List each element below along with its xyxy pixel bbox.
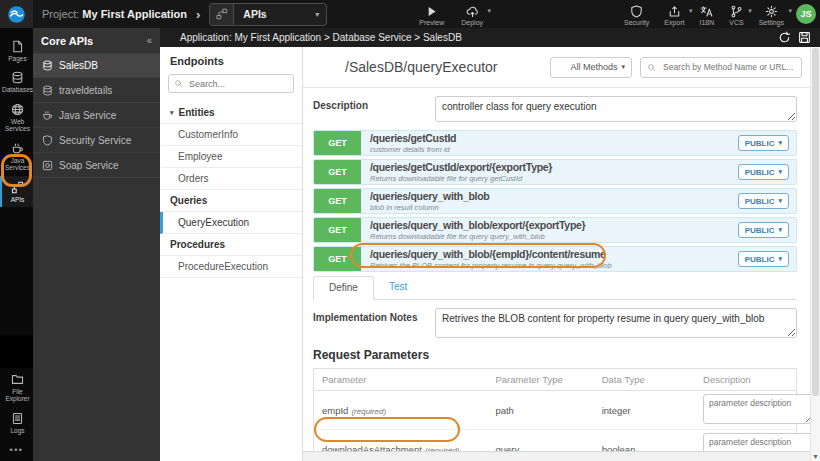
selector-label: APIs (243, 8, 266, 20)
access-dropdown-button[interactable]: PUBLIC▾ (738, 222, 789, 238)
endpoints-search[interactable] (168, 74, 294, 93)
implementation-notes-textarea[interactable]: Retrives the BLOB content for property r… (435, 308, 797, 338)
sidebar-item-apis[interactable]: APIs (0, 176, 33, 207)
request-parameters-title: Request Parameters (313, 348, 797, 362)
sidebar-item-logs[interactable]: Logs (0, 407, 33, 438)
endpoint-path: /queries/getCustId (370, 133, 456, 144)
service-detail-body: Description controller class for query e… (303, 88, 810, 461)
table-row: empId(required)pathinteger (314, 391, 797, 430)
user-avatar[interactable]: JS (796, 4, 816, 24)
endpoint-info: /queries/query_with_blob/export/{exportT… (370, 220, 585, 240)
service-item-traveldetails[interactable]: traveldetails (33, 78, 160, 103)
i18n-button[interactable]: I18N (700, 3, 715, 26)
param-description-textarea[interactable] (703, 394, 810, 424)
play-icon (425, 5, 438, 18)
chevron-down-icon: ▾ (788, 7, 792, 15)
vcs-button[interactable]: VCS▾ (729, 3, 743, 26)
sidebar-item-web-services[interactable]: Web Services (0, 98, 33, 137)
endpoint-summary: Returns downloadable file for query quer… (370, 233, 585, 241)
endpoint-row-2[interactable]: GET/queries/getCustId/export/{exportType… (313, 159, 797, 185)
endpoint-item-procedureexecution[interactable]: ProcedureExecution (160, 256, 302, 278)
topbar-left-actions: PreviewDeploy▾ (419, 3, 483, 26)
detail-tabs: DefineTest (313, 276, 797, 300)
settings-label: Settings (759, 19, 784, 26)
method-badge: GET (314, 131, 361, 155)
param-required-label: (required) (351, 407, 386, 416)
endpoint-row-5[interactable]: GET/queries/query_with_blob/{empId}/cont… (313, 246, 797, 272)
method-search[interactable] (640, 57, 802, 78)
security-button[interactable]: Security (624, 3, 649, 26)
scrollbar-thumb[interactable] (812, 48, 819, 396)
endpoint-item-queryexecution[interactable]: QueryExecution (160, 212, 302, 234)
deploy-button[interactable]: Deploy▾ (461, 3, 483, 26)
endpoints-section-entities[interactable]: ▾Entities (160, 102, 302, 124)
tab-define[interactable]: Define (313, 276, 374, 300)
endpoints-section-label: Queries (170, 195, 207, 206)
endpoints-section-queries[interactable]: Queries (160, 190, 302, 212)
method-search-input[interactable] (661, 61, 795, 73)
endpoint-item-orders[interactable]: Orders (160, 168, 302, 190)
sidebar-item-file-explorer[interactable]: File Explorer (0, 368, 33, 407)
column-header-description: Description (695, 369, 796, 391)
rail-overflow-button[interactable]: ••• (0, 438, 33, 461)
sidebar-item-databases[interactable]: Databases (0, 66, 33, 97)
sidebar-item-pages[interactable]: Pages (0, 35, 33, 66)
left-icon-rail: PagesDatabasesWeb ServicesJava ServicesA… (0, 28, 33, 461)
top-bar: Project:My First Application › APIs ▾ Pr… (0, 0, 820, 28)
chevron-down-icon: ▾ (748, 7, 752, 15)
endpoint-row-1[interactable]: GET/queries/getCustIdcustomer details fr… (313, 130, 797, 156)
chevron-down-icon: ▾ (315, 10, 319, 19)
endpoint-path: /queries/query_with_blob (370, 191, 489, 202)
endpoint-summary: Retrives the BLOB content for property r… (370, 262, 612, 270)
search-icon (647, 63, 656, 72)
chevron-down-icon: ▾ (778, 139, 782, 147)
workspace: Application: My First Application > Data… (160, 28, 820, 461)
endpoints-section-procedures[interactable]: Procedures (160, 234, 302, 256)
chevron-down-icon: ▾ (778, 168, 782, 176)
endpoint-info: /queries/query_with_blob/{empId}/content… (370, 249, 612, 269)
endpoint-row-3[interactable]: GET/queries/query_with_blobblob in resul… (313, 188, 797, 214)
collapse-panel-icon[interactable]: « (146, 35, 152, 46)
service-item-salesdb[interactable]: SalesDB (33, 53, 160, 78)
save-icon[interactable] (798, 31, 811, 44)
folder-icon (11, 373, 24, 386)
database-icon (11, 71, 24, 84)
page-icon (11, 40, 24, 53)
app-logo[interactable] (0, 0, 33, 28)
endpoint-summary: customer details from id (370, 146, 456, 154)
preview-button[interactable]: Preview (419, 3, 444, 26)
workspace-selector-dropdown[interactable]: APIs ▾ (209, 3, 327, 26)
access-label: PUBLIC (745, 255, 775, 264)
endpoints-tree: ▾EntitiesCustomerInfoEmployeeOrdersQueri… (160, 102, 302, 278)
application-breadcrumb-bar: Application: My First Application > Data… (160, 28, 820, 47)
access-label: PUBLIC (745, 226, 775, 235)
endpoints-search-input[interactable] (187, 78, 288, 90)
breadcrumb-actions (778, 31, 811, 44)
description-textarea[interactable]: controller class for query execution (435, 96, 797, 122)
endpoint-row-4[interactable]: GET/queries/query_with_blob/export/{expo… (313, 217, 797, 243)
access-dropdown-button[interactable]: PUBLIC▾ (738, 193, 789, 209)
sidebar-item-label: Databases (2, 86, 33, 93)
coffee-icon (11, 142, 24, 155)
service-item-soap-service[interactable]: Soap Service (33, 153, 160, 178)
access-dropdown-button[interactable]: PUBLIC▾ (738, 135, 789, 151)
export-button[interactable]: Export▾ (664, 3, 684, 26)
tab-test[interactable]: Test (374, 276, 422, 300)
api-icon (11, 181, 24, 194)
access-dropdown-button[interactable]: PUBLIC▾ (738, 251, 789, 267)
main-scrollbar[interactable]: ▼ (810, 47, 820, 461)
endpoints-section-label: Procedures (170, 239, 225, 250)
access-dropdown-button[interactable]: PUBLIC▾ (738, 164, 789, 180)
service-detail-panel: /SalesDB/queryExecutor All Methods ▾ Des… (303, 47, 810, 461)
sidebar-item-java-services[interactable]: Java Services (0, 137, 33, 176)
endpoint-item-customerinfo[interactable]: CustomerInfo (160, 124, 302, 146)
refresh-icon[interactable] (778, 31, 791, 44)
settings-button[interactable]: Settings▾ (759, 3, 784, 26)
service-item-security-service[interactable]: Security Service (33, 128, 160, 153)
method-filter-dropdown[interactable]: All Methods ▾ (550, 57, 632, 78)
column-header-parameter: Parameter (314, 369, 488, 391)
endpoint-item-employee[interactable]: Employee (160, 146, 302, 168)
scrollbar-down-arrow[interactable]: ▼ (811, 453, 820, 460)
service-item-java-service[interactable]: Java Service (33, 103, 160, 128)
project-title: Project:My First Application (42, 8, 187, 20)
